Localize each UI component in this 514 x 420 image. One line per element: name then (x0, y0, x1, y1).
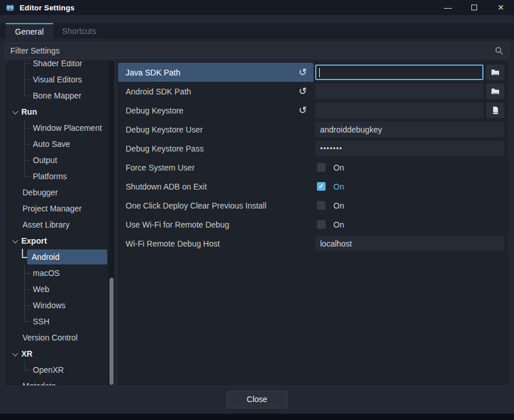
setting-label: Debug Keystore (126, 106, 298, 115)
sidebar-item-ssh[interactable]: SSH (5, 313, 107, 330)
sidebar-item-auto-save[interactable]: Auto Save (5, 136, 107, 152)
checkbox[interactable]: ✓ (317, 220, 326, 229)
sidebar-item-openxr[interactable]: OpenXR (5, 362, 107, 378)
text-field[interactable] (315, 84, 484, 99)
browse-folder-button[interactable] (486, 84, 504, 99)
setting-value-cell: ✓On (313, 196, 509, 215)
checkbox[interactable]: ✓ (317, 182, 326, 191)
desktop-background-strip (0, 414, 514, 420)
setting-label: Android SDK Path (126, 87, 298, 96)
sidebar-item-shader-editor[interactable]: Shader Editor (5, 60, 107, 71)
close-window-button[interactable]: ✕ (487, 0, 514, 15)
maximize-button[interactable] (461, 0, 487, 15)
chevron-down-icon (11, 349, 20, 358)
setting-label: Debug Keystore Pass (126, 144, 311, 153)
dialog-body: General Shortcuts Filter Settings Shader… (0, 15, 514, 414)
text-caret (319, 68, 320, 77)
setting-label-cell[interactable]: Force System User (118, 158, 313, 177)
sidebar-item-debugger[interactable]: Debugger (5, 184, 107, 200)
sidebar-item-windows[interactable]: Windows (5, 297, 107, 313)
setting-value-cell: ✓On (313, 158, 509, 177)
sidebar-item-label: Platforms (32, 169, 107, 184)
tab-bar: General Shortcuts (0, 23, 514, 39)
tree-line (20, 168, 32, 184)
setting-label-cell[interactable]: Debug Keystore↺ (118, 101, 313, 120)
checkbox-on-label: On (334, 201, 345, 210)
sidebar-item-window-placement[interactable]: Window Placement (5, 120, 107, 136)
setting-row-debug-keystore-user: Debug Keystore Userandroiddebugkey (118, 120, 508, 139)
dialog-footer: Close (0, 386, 514, 413)
sidebar-item-label: Android (27, 249, 107, 264)
chevron-down-icon (11, 107, 20, 116)
setting-row-one-click-deploy-clear-previous-install: One Click Deploy Clear Previous Install✓… (118, 196, 508, 215)
checkbox[interactable]: ✓ (317, 201, 326, 210)
sidebar-item-xr[interactable]: XR (5, 346, 107, 362)
chevron-down-icon (11, 236, 20, 245)
revert-icon[interactable]: ↺ (298, 86, 311, 96)
check-icon: ✓ (318, 183, 323, 190)
sidebar-item-label: Project Manager (21, 201, 107, 216)
setting-label-cell[interactable]: Wi-Fi Remote Debug Host (118, 234, 313, 253)
setting-value-cell: ✓On (313, 177, 509, 196)
sidebar-item-web[interactable]: Web (5, 281, 107, 297)
checkbox-on-label: On (334, 182, 345, 191)
sidebar-item-label: Metadata (21, 379, 107, 386)
tree-line (20, 265, 32, 281)
text-field[interactable]: localhost (315, 236, 505, 251)
setting-label-cell[interactable]: One Click Deploy Clear Previous Install (118, 196, 313, 215)
setting-label-cell[interactable]: Debug Keystore User (118, 120, 313, 139)
tree-line (20, 136, 32, 152)
sidebar-item-project-manager[interactable]: Project Manager (5, 200, 107, 217)
setting-label-cell[interactable]: Shutdown ADB on Exit (118, 177, 313, 196)
editor-settings-window: Editor Settings — ✕ General Shortcuts Fi… (0, 0, 514, 420)
revert-icon[interactable]: ↺ (298, 67, 311, 77)
checkbox-on-label: On (334, 163, 345, 172)
setting-label: Shutdown ADB on Exit (126, 182, 311, 191)
text-field[interactable] (315, 65, 484, 80)
tree-line (20, 88, 32, 104)
sidebar-scrollbar-thumb[interactable] (109, 278, 114, 385)
sidebar-item-label: Output (32, 153, 107, 168)
setting-label-cell[interactable]: Use Wi-Fi for Remote Debug (118, 215, 313, 234)
tree-line (20, 313, 32, 330)
sidebar-item-visual-editors[interactable]: Visual Editors (5, 71, 107, 88)
minimize-button[interactable]: — (434, 0, 461, 15)
tree-line (20, 152, 32, 168)
search-icon (494, 46, 504, 55)
setting-label-cell[interactable]: Debug Keystore Pass (118, 139, 313, 158)
setting-row-wi-fi-remote-debug-host: Wi-Fi Remote Debug Hostlocalhost (118, 234, 508, 253)
filter-settings-input[interactable]: Filter Settings (5, 43, 509, 58)
setting-row-java-sdk-path: Java SDK Path↺ (118, 63, 508, 82)
setting-row-shutdown-adb-on-exit: Shutdown ADB on Exit✓On (118, 177, 508, 196)
sidebar-item-macos[interactable]: macOS (5, 265, 107, 281)
setting-label: One Click Deploy Clear Previous Install (126, 201, 311, 210)
sidebar-item-metadata[interactable]: Metadata (5, 378, 107, 386)
text-field[interactable] (315, 103, 484, 118)
revert-icon[interactable]: ↺ (298, 105, 311, 115)
password-field[interactable]: ••••••• (315, 141, 505, 156)
tab-general[interactable]: General (6, 23, 53, 39)
setting-label-cell[interactable]: Java SDK Path↺ (118, 63, 313, 82)
close-button[interactable]: Close (226, 391, 288, 408)
sidebar-item-version-control[interactable]: Version Control (5, 330, 107, 346)
setting-label: Debug Keystore User (126, 125, 311, 134)
sidebar-item-platforms[interactable]: Platforms (5, 168, 107, 184)
sidebar-item-asset-library[interactable]: Asset Library (5, 217, 107, 233)
browse-file-icon (491, 106, 500, 115)
tab-shortcuts[interactable]: Shortcuts (53, 23, 105, 39)
tree-line (20, 71, 32, 88)
setting-label-cell[interactable]: Android SDK Path↺ (118, 82, 313, 101)
setting-label: Wi-Fi Remote Debug Host (126, 239, 311, 248)
field-value: localhost (320, 239, 352, 248)
sidebar-item-export[interactable]: Export (5, 233, 107, 249)
sidebar-item-output[interactable]: Output (5, 152, 107, 168)
browse-file-button[interactable] (486, 103, 504, 118)
browse-folder-button[interactable] (486, 65, 504, 80)
checkbox[interactable]: ✓ (317, 163, 326, 172)
sidebar-item-bone-mapper[interactable]: Bone Mapper (5, 88, 107, 104)
settings-panel: Java SDK Path↺Android SDK Path↺Debug Key… (117, 60, 509, 386)
sidebar-item-run[interactable]: Run (5, 104, 107, 120)
field-value: androiddebugkey (320, 125, 382, 134)
text-field[interactable]: androiddebugkey (315, 122, 505, 137)
sidebar-item-android[interactable]: Android (5, 249, 107, 265)
